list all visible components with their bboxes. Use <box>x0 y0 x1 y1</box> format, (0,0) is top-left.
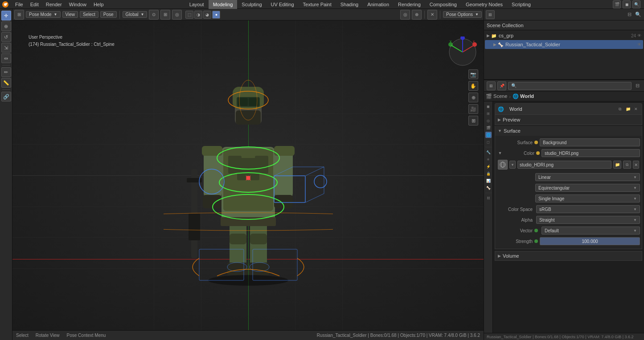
props-tab-particles[interactable]: ✳ <box>485 156 492 162</box>
tab-modeling[interactable]: Modeling <box>209 0 238 9</box>
solid-shading[interactable]: ◑ <box>194 11 202 19</box>
menu-render[interactable]: Render <box>42 0 66 9</box>
properties-editor-icon[interactable]: ⊞ <box>487 81 496 90</box>
properties-filter-icon[interactable]: ⊟ <box>633 82 641 90</box>
single-image-dropdown[interactable]: Single Image ▼ <box>535 194 640 202</box>
cs-grp-eye-icon[interactable]: 👁 <box>637 33 641 38</box>
select-menu[interactable]: Select <box>80 11 98 18</box>
tool-annotate[interactable]: ✏ <box>1 67 11 77</box>
tab-animation[interactable]: Animation <box>363 0 394 9</box>
props-tab-modifier[interactable]: 🔧 <box>485 149 492 155</box>
props-tab-object[interactable]: ◻ <box>485 139 492 145</box>
viewport-canvas[interactable]: X Y Z 📷 ✋ ⊕ 🎥 ⊞ <box>12 20 484 330</box>
equirectangular-dropdown[interactable]: Equirectangular ▼ <box>535 184 640 192</box>
rendered-shading[interactable]: ● <box>212 11 220 19</box>
outliner-search-icon[interactable]: 🔍 <box>634 11 642 19</box>
pose-options-button[interactable]: Pose Options ▼ <box>443 11 482 18</box>
world-panel-header[interactable]: 🌐 World ⧉ 📁 ✕ <box>495 103 642 115</box>
snap-toggle[interactable]: ⊞ <box>160 10 170 20</box>
properties-search-input[interactable] <box>508 82 632 90</box>
tab-layout[interactable]: Layout <box>185 0 209 9</box>
tab-geometry-nodes[interactable]: Geometry Nodes <box>461 0 507 9</box>
collection-content[interactable]: ▶ 📁 cs_grp 24 👁 ▶ 🦴 Russian_Tactical_Sol… <box>484 30 644 79</box>
tab-scripting[interactable]: Scripting <box>507 0 535 9</box>
camera-perspective-btn[interactable]: 📷 <box>468 69 478 79</box>
props-tab-scene[interactable]: 🎬 <box>485 125 492 131</box>
cs-grp-expand-arrow[interactable]: ▶ <box>487 33 490 38</box>
viewport-zoom-btn[interactable]: ⊕ <box>468 93 478 102</box>
linear-dropdown[interactable]: Linear ▼ <box>535 173 640 181</box>
viewport-scene-btn[interactable]: ⊞ <box>468 116 478 125</box>
properties-pin-icon[interactable]: 📌 <box>497 81 506 90</box>
tool-move[interactable]: ⊕ <box>1 21 11 31</box>
menu-file[interactable]: File <box>12 0 27 9</box>
tool-cursor[interactable]: ✛ <box>1 11 11 20</box>
editor-type-button[interactable]: ⊞ <box>14 10 24 20</box>
image-copy-button[interactable]: ⧉ <box>623 161 631 169</box>
menu-help[interactable]: Help <box>90 0 107 9</box>
tab-rendering[interactable]: Rendering <box>394 0 425 9</box>
color-value[interactable]: studio_HDRI.png <box>541 149 640 157</box>
tool-measure[interactable]: 📏 <box>1 78 11 88</box>
outliner-item-cs-grp[interactable]: ▶ 📁 cs_grp 24 👁 <box>485 31 643 40</box>
volume-panel-header[interactable]: ▶ Volume <box>495 251 642 261</box>
image-name-field[interactable]: studio_HDRI.png <box>517 161 611 169</box>
pose-mode-dropdown[interactable]: Pose Mode ▼ <box>26 11 61 18</box>
props-tab-data[interactable]: 📊 <box>485 178 492 184</box>
surface-panel-header[interactable]: ▼ Surface <box>495 126 642 136</box>
props-tab-render[interactable]: ◼ <box>485 103 492 109</box>
view-menu[interactable]: View <box>62 11 78 18</box>
outliner-editor-icon[interactable]: ⊞ <box>486 10 495 19</box>
proportional-edit[interactable]: ◎ <box>172 10 182 20</box>
material-shading[interactable]: ◕ <box>203 11 211 19</box>
pose-menu[interactable]: Pose <box>100 11 117 18</box>
props-tab-bone[interactable]: 🦴 <box>485 185 492 191</box>
props-tab-constraints[interactable]: 🔒 <box>485 170 492 177</box>
tab-sculpting[interactable]: Sculpting <box>237 0 266 9</box>
search-icon[interactable]: 🔍 <box>632 0 640 8</box>
color-space-dropdown[interactable]: sRGB ▼ <box>536 205 640 213</box>
tool-rotate[interactable]: ↺ <box>1 32 11 42</box>
transform-orientation-dropdown[interactable]: Global ▼ <box>123 11 148 18</box>
tool-transform[interactable]: ⇔ <box>1 53 11 63</box>
image-type-dropdown[interactable]: ▼ <box>509 161 516 169</box>
props-tab-bone-constraint[interactable]: ⛓ <box>485 195 492 201</box>
pivot-point-button[interactable]: ⊙ <box>149 10 159 20</box>
breadcrumb-scene[interactable]: 🎬 Scene <box>486 93 507 99</box>
alpha-dropdown[interactable]: Straight ▼ <box>536 216 640 224</box>
props-tab-world[interactable]: 🌐 <box>485 132 492 138</box>
tab-uv-editing[interactable]: UV Editing <box>267 0 299 9</box>
navigation-gizmo[interactable]: X Y Z <box>447 36 478 68</box>
menu-window[interactable]: Window <box>66 0 90 9</box>
outliner-filter-icon[interactable]: ⊟ <box>625 11 633 19</box>
preview-panel-header[interactable]: ▶ Preview <box>495 115 642 125</box>
viewlayer-icon[interactable]: ◼ <box>623 0 631 8</box>
menu-edit[interactable]: Edit <box>27 0 42 9</box>
world-browse-icon[interactable]: 📁 <box>625 106 631 112</box>
tab-shading[interactable]: Shading <box>336 0 363 9</box>
color-expand-toggle[interactable]: ▼ <box>497 151 503 155</box>
image-unlink-button[interactable]: ✕ <box>633 161 639 169</box>
props-tab-physics[interactable]: ⚡ <box>485 163 492 170</box>
strength-slider[interactable]: 100.000 <box>540 237 640 245</box>
viewport-camera-btn[interactable]: 🎥 <box>468 104 478 114</box>
props-tab-output[interactable]: ⊞ <box>485 110 492 117</box>
image-browse-button[interactable]: 📁 <box>613 161 621 169</box>
soldier-eye-icon[interactable]: 👁 <box>637 42 641 47</box>
wireframe-shading[interactable]: ⬚ <box>185 11 193 19</box>
viewport-x-button[interactable]: ✕ <box>427 10 437 20</box>
breadcrumb-world[interactable]: 🌐 World <box>513 93 534 99</box>
world-close-icon[interactable]: ✕ <box>633 106 639 112</box>
overlay-toggle[interactable]: ◎ <box>400 10 410 20</box>
vector-dropdown[interactable]: Default ▼ <box>541 227 640 235</box>
props-tab-view-layer[interactable]: ◎ <box>485 117 492 124</box>
soldier-expand-arrow[interactable]: ▶ <box>493 42 496 47</box>
outliner-item-soldier[interactable]: ▶ 🦴 Russian_Tactical_Soldier 👁 <box>485 40 643 49</box>
tab-texture-paint[interactable]: Texture Paint <box>299 0 336 9</box>
viewport-navigate-btn[interactable]: ✋ <box>468 81 478 91</box>
world-copy-icon[interactable]: ⧉ <box>617 106 623 112</box>
tab-compositing[interactable]: Compositing <box>425 0 461 9</box>
tool-scale[interactable]: ⇲ <box>1 43 11 53</box>
tool-relations[interactable]: 🔗 <box>1 92 11 101</box>
gizmo-toggle[interactable]: ⊕ <box>412 10 422 20</box>
